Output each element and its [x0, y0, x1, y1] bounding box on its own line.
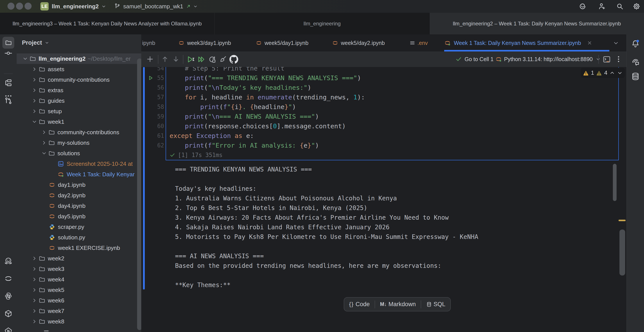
github-icon[interactable] [230, 55, 238, 64]
chevron-collapsed-icon[interactable] [32, 108, 37, 114]
project-tool-button-active[interactable] [2, 37, 14, 49]
tree-row-day4[interactable]: day4.ipynb [17, 201, 141, 211]
window-tab-analyzer[interactable]: llm_engineering3 – Week 1 Task: Kenyan D… [0, 13, 214, 34]
database-tool-icon[interactable] [631, 72, 640, 81]
tree-row-week5[interactable]: week5 [17, 285, 141, 295]
chevron-collapsed-icon[interactable] [32, 87, 37, 93]
huggingface-icon[interactable] [4, 257, 12, 265]
commit-icon[interactable] [4, 49, 12, 57]
chevron-expanded-icon[interactable] [32, 119, 37, 125]
tree-row-community-contributions[interactable]: community-contributions [17, 74, 141, 85]
window-zoom-button[interactable] [24, 3, 32, 10]
problems-widget[interactable]: 1 4 [581, 68, 625, 78]
window-tab-summarizer-active[interactable]: llm_engineering2 – Week 1 Task: Daily Ke… [430, 13, 644, 34]
window-tab-llm-engineering[interactable]: llm_engineering [214, 13, 430, 34]
tree-row-scraper[interactable]: scraper.py [17, 222, 141, 232]
project-widget[interactable]: LE llm_engineering2 [40, 0, 106, 13]
more-options-kebab-icon[interactable] [614, 55, 622, 63]
tree-row-week4[interactable]: week4 [17, 274, 141, 285]
chevron-collapsed-icon[interactable] [32, 308, 37, 314]
add-cell-icon[interactable] [146, 55, 154, 63]
close-icon[interactable] [587, 40, 592, 46]
chevron-collapsed-icon[interactable] [32, 319, 37, 324]
tree-row-extras[interactable]: extras [17, 85, 141, 96]
tree-row-setup[interactable]: setup [17, 106, 141, 117]
tree-row-day2[interactable]: day2.ipynb [17, 190, 141, 201]
tab-list-chevron-icon[interactable] [613, 40, 619, 46]
tree-row-week1[interactable]: week1 [17, 117, 141, 127]
chevron-collapsed-icon[interactable] [32, 77, 37, 83]
tree-row-week2[interactable]: week2 [17, 253, 141, 264]
chevron-collapsed-icon[interactable] [32, 98, 37, 104]
tree-row-day1[interactable]: day1.ipynb [17, 179, 141, 190]
tree-row-my-solutions[interactable]: my-solutions [17, 138, 141, 148]
window-close-button[interactable] [8, 3, 14, 10]
chevron-collapsed-icon[interactable] [41, 129, 47, 135]
run-cell-icon[interactable] [186, 55, 195, 63]
kernel-selector[interactable]: Python 3.11.14: http://localhost:8890 [495, 51, 601, 67]
editor-tab-env[interactable]: .env [410, 34, 428, 51]
chevron-collapsed-icon[interactable] [32, 256, 37, 261]
tree-row-assets[interactable]: assets [17, 64, 141, 74]
next-problem-icon[interactable] [617, 70, 623, 76]
ai-chat-icon[interactable] [631, 58, 640, 67]
notifications-bell-icon[interactable] [631, 39, 640, 48]
run-anything-icon[interactable] [4, 327, 12, 332]
project-tree-scrollbar[interactable] [137, 58, 141, 330]
tree-row-week1-exercise[interactable]: week1 EXERCISE.ipynb [17, 243, 141, 253]
editor-tab-week3-day1[interactable]: week3/day1.ipynb [178, 34, 231, 51]
chevron-collapsed-icon[interactable] [32, 66, 37, 72]
vcs-widget[interactable]: samuel_bootcamp_wk1 [114, 0, 198, 13]
python-icon[interactable] [4, 292, 12, 300]
restart-kernel-icon[interactable] [208, 55, 216, 63]
run-all-cells-icon[interactable] [197, 55, 205, 63]
prev-problem-icon[interactable] [609, 70, 615, 76]
image-file-icon [58, 161, 64, 167]
ai-assistant-icon[interactable] [579, 2, 586, 10]
add-code-cell-button[interactable]: { } Code [349, 301, 370, 308]
tree-row-week8[interactable]: week8 [17, 316, 141, 327]
editor-scrollbar[interactable] [620, 229, 625, 276]
tree-row-day5[interactable]: day5.ipynb [17, 211, 141, 222]
notebook-editor[interactable]: 54 55 56 57 58 59 60 61 62 # Step 5: Pri… [141, 67, 626, 332]
chevron-expanded-icon[interactable] [22, 56, 28, 62]
chevron-collapsed-icon[interactable] [41, 140, 47, 146]
editor-tab-clipped[interactable]: ipynb [142, 34, 155, 51]
clear-outputs-icon[interactable] [219, 55, 227, 63]
add-markdown-cell-button[interactable]: M↓ Markdown [380, 301, 416, 308]
tab-label: Week 1 Task: Daily Kenyan News Summarize… [454, 40, 581, 46]
add-sql-cell-button[interactable]: SQL [426, 301, 446, 308]
tree-row-clipped[interactable] [17, 327, 141, 332]
chevron-collapsed-icon[interactable] [32, 298, 37, 303]
chevron-expanded-icon[interactable] [41, 151, 47, 156]
tree-row-guides[interactable]: guides [17, 96, 141, 106]
output-scrollbar[interactable] [613, 164, 616, 201]
chevron-collapsed-icon[interactable] [32, 287, 37, 293]
chevron-collapsed-icon[interactable] [32, 277, 37, 282]
more-tools-icon[interactable] [4, 92, 12, 100]
window-minimize-button[interactable] [16, 3, 23, 10]
tree-row-root[interactable]: llm_engineering2 ~/Desktop/llm_er [17, 53, 141, 64]
tree-row-week1-community-contributions[interactable]: community-contributions [17, 127, 141, 138]
tree-row-week7[interactable]: week7 [17, 306, 141, 316]
goto-cell-button[interactable]: Go to Cell 1 [455, 51, 494, 67]
add-user-icon[interactable] [598, 2, 606, 10]
move-cell-down-icon[interactable] [172, 55, 180, 63]
move-cell-up-icon[interactable] [161, 55, 169, 63]
python-packages-icon[interactable] [4, 310, 12, 318]
tree-row-week3[interactable]: week3 [17, 264, 141, 274]
structure-icon[interactable] [4, 79, 12, 87]
tree-row-solutions[interactable]: solutions [17, 148, 141, 159]
editor-tab-active-summarizer[interactable]: Week 1 Task: Daily Kenyan News Summarize… [444, 34, 592, 51]
settings-gear-icon[interactable] [632, 2, 640, 10]
project-panel-header[interactable]: Project [22, 37, 50, 48]
editor-tab-week5-day2[interactable]: week5/day2.ipynb [332, 34, 385, 51]
tree-row-week1-task-file[interactable]: Week 1 Task: Daily Kenyar [17, 169, 141, 179]
jupyter-console-icon[interactable] [602, 55, 611, 64]
jupyter-icon[interactable] [4, 274, 12, 283]
tree-row-week6[interactable]: week6 [17, 295, 141, 306]
search-icon[interactable] [616, 2, 624, 10]
tree-row-screenshot-file[interactable]: Screenshot 2025-10-24 at [17, 159, 141, 169]
editor-tab-week5-day1[interactable]: week5/day1.ipynb [256, 34, 308, 51]
tree-row-solution[interactable]: solution.py [17, 232, 141, 243]
